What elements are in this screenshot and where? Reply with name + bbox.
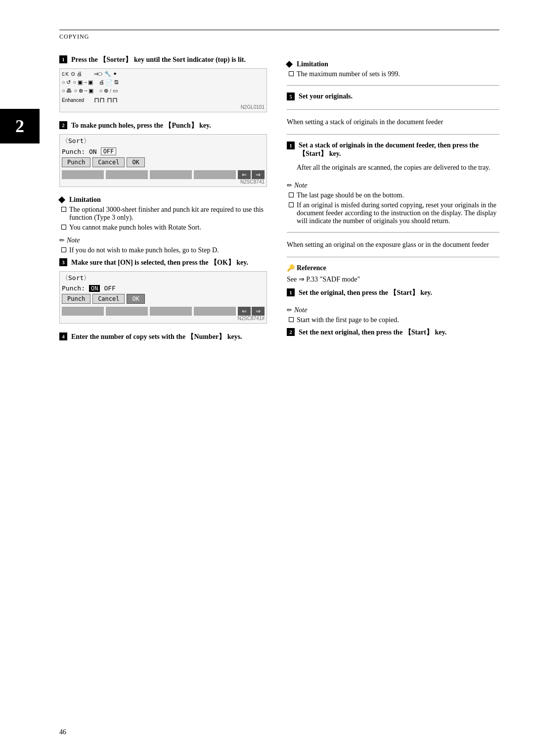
- display-image-1: £/€ ⊙ 🖨 ⇒□· 🔧 ✦ ○ ↺ ○ ▣→▣ 🖨 📄 🖻 ○ 🖷 ○ ⊕→…: [59, 68, 267, 112]
- checkbox-icon: [289, 317, 294, 322]
- pencil-icon: ✏: [287, 306, 292, 314]
- reference-header: 🔑 Reference: [287, 264, 499, 272]
- step5-block: 5 Set your originals.: [287, 93, 499, 100]
- divider4: [287, 232, 499, 233]
- chapter-marker: 2: [0, 109, 40, 143]
- step4-number: 4: [59, 332, 67, 340]
- limitation2-item-1: The maximum number of sets is 999.: [287, 70, 499, 78]
- divider1: [287, 85, 499, 86]
- diamond-icon: [58, 196, 65, 203]
- limitation2-header: Limitation: [287, 60, 499, 68]
- note3-item-1: Start with the first page to be copied.: [287, 316, 499, 324]
- reference-block: 🔑 Reference See ⇒ P.33 "SADF mode": [287, 264, 499, 284]
- limitation1-item-2: You cannot make punch holes with Rotate …: [59, 224, 267, 232]
- note2-block: ✏ Note The last page should be on the bo…: [287, 182, 499, 225]
- left-column: 1 Press the 【Sorter】 key until the Sort …: [59, 55, 267, 350]
- display-image-2: 〈Sort〉 Punch: ON OFF Punch Cancel OK: [59, 134, 267, 187]
- note2-header: ✏ Note: [287, 182, 499, 189]
- checkbox-icon: [289, 202, 294, 207]
- pencil-icon: ✏: [59, 236, 65, 244]
- checkbox-icon: [61, 225, 66, 230]
- step-b-number: 1: [287, 288, 295, 296]
- step-c-block: 2 Set the next original, then press the …: [287, 328, 499, 337]
- step-a-header: 1 Set a stack of originals in the docume…: [287, 142, 499, 158]
- step-b-block: 1 Set the original, then press the 【Star…: [287, 288, 499, 297]
- step1-block: 1 Press the 【Sorter】 key until the Sort …: [59, 55, 267, 112]
- page: 2 COPYING 1 Press the 【Sorter】 key until…: [0, 0, 534, 756]
- display-image-3: 〈Sort〉 Punch: ON OFF Punch Cancel OK: [59, 271, 267, 324]
- page-header: COPYING: [59, 30, 499, 41]
- checkbox-icon: [289, 192, 294, 197]
- pencil-icon: ✏: [287, 182, 292, 189]
- step2-number: 2: [59, 121, 67, 129]
- step5-header: 5 Set your originals.: [287, 93, 499, 100]
- step1-number: 1: [59, 55, 67, 63]
- note3-block: ✏ Note Start with the first page to be c…: [287, 306, 499, 324]
- page-number: 46: [59, 728, 66, 736]
- step-c-number: 2: [287, 328, 295, 336]
- step3-block: 3 Make sure that [ON] is selected, then …: [59, 258, 267, 324]
- checkbox-icon: [61, 207, 66, 212]
- step1-header: 1 Press the 【Sorter】 key until the Sort …: [59, 55, 267, 64]
- divider2: [287, 109, 499, 110]
- note1-header: ✏ Note: [59, 236, 267, 244]
- section-stack-text: When setting a stack of originals in the…: [287, 117, 499, 127]
- step-b-header: 1 Set the original, then press the 【Star…: [287, 288, 499, 297]
- step4-block: 4 Enter the number of copy sets with the…: [59, 332, 267, 341]
- step-a-body: After all the originals are scanned, the…: [287, 162, 499, 173]
- checkbox-icon: [289, 71, 294, 76]
- note2-item-2: If an original is misfed during sorted c…: [287, 201, 499, 225]
- limitation1-item-1: The optional 3000-sheet finisher and pun…: [59, 206, 267, 222]
- limitation1-header: Limitation: [59, 196, 267, 204]
- note3-header: ✏ Note: [287, 306, 499, 314]
- diamond-icon: [286, 61, 293, 68]
- note1-block: ✏ Note If you do not wish to make punch …: [59, 236, 267, 254]
- step3-header: 3 Make sure that [ON] is selected, then …: [59, 258, 267, 267]
- right-column: Limitation The maximum number of sets is…: [287, 55, 499, 350]
- step3-number: 3: [59, 258, 67, 266]
- checkbox-icon: [61, 247, 66, 252]
- section-exposure-text: When setting an original on the exposure…: [287, 239, 499, 250]
- note1-item-1: If you do not wish to make punch holes, …: [59, 246, 267, 254]
- limitation1-block: Limitation The optional 3000-sheet finis…: [59, 196, 267, 232]
- divider3: [287, 134, 499, 135]
- step5-number: 5: [287, 93, 295, 100]
- two-column-layout: 1 Press the 【Sorter】 key until the Sort …: [59, 55, 499, 350]
- step-a-block: 1 Set a stack of originals in the docume…: [287, 142, 499, 173]
- reference-text: See ⇒ P.33 "SADF mode": [287, 274, 499, 284]
- key-icon: 🔑: [287, 264, 295, 272]
- note2-item-1: The last page should be on the bottom.: [287, 191, 499, 199]
- step-c-header: 2 Set the next original, then press the …: [287, 328, 499, 337]
- divider5: [287, 257, 499, 257]
- limitation2-block: Limitation The maximum number of sets is…: [287, 60, 499, 78]
- step4-header: 4 Enter the number of copy sets with the…: [59, 332, 267, 341]
- step2-header: 2 To make punch holes, press the 【Punch】…: [59, 121, 267, 130]
- step2-block: 2 To make punch holes, press the 【Punch】…: [59, 121, 267, 187]
- step-a-number: 1: [287, 142, 295, 149]
